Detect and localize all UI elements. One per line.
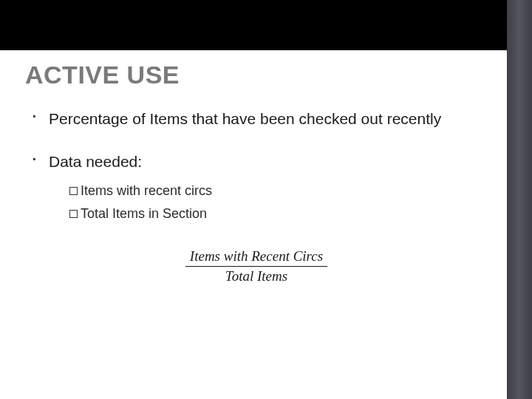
list-item-text: Percentage of Items that have been check… (49, 110, 441, 127)
checkbox-bullet-icon (69, 210, 78, 218)
formula: Items with Recent Circs Total Items (25, 248, 488, 284)
sub-list: Items with recent circs Total Items in S… (49, 182, 488, 223)
list-item: Data needed: Items with recent circs Tot… (33, 151, 488, 223)
slide-title: ACTIVE USE (25, 61, 488, 89)
sub-list-item-text: Items with recent circs (81, 183, 212, 198)
fraction-numerator: Items with Recent Circs (185, 248, 327, 267)
bullet-list: Percentage of Items that have been check… (25, 109, 488, 223)
checkbox-bullet-icon (69, 187, 78, 195)
top-bar (0, 0, 532, 50)
sub-list-item-text: Total Items in Section (81, 206, 207, 221)
list-item: Percentage of Items that have been check… (33, 109, 488, 129)
right-accent-bar (507, 0, 532, 399)
list-item-text: Data needed: (49, 153, 142, 170)
sub-list-item: Items with recent circs (55, 182, 488, 200)
slide-content: ACTIVE USE Percentage of Items that have… (25, 61, 488, 384)
fraction: Items with Recent Circs Total Items (185, 248, 327, 284)
fraction-denominator: Total Items (185, 267, 327, 284)
sub-list-item: Total Items in Section (55, 205, 488, 223)
